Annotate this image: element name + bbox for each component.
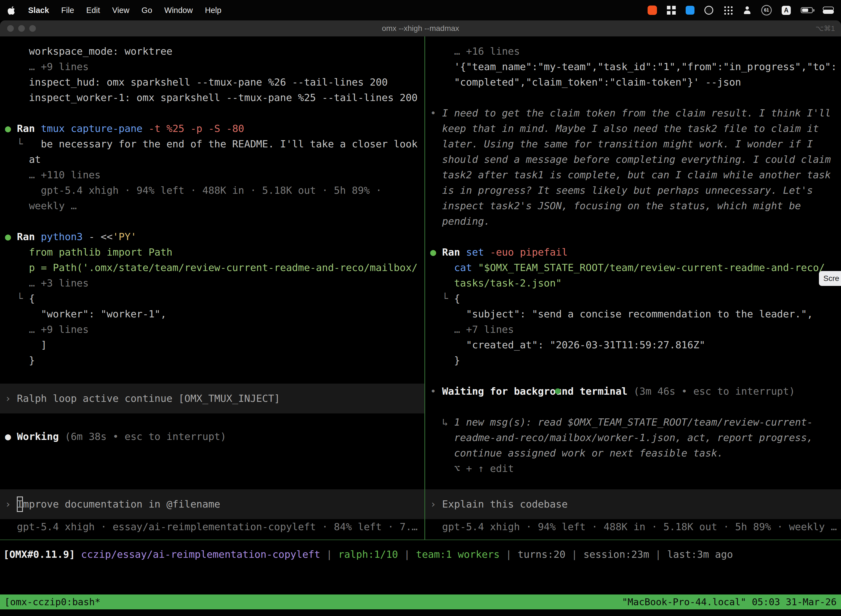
battery-icon[interactable] [801, 7, 813, 13]
menu-item-file[interactable]: File [61, 6, 74, 15]
screenshot-tooltip: Scre [819, 271, 841, 286]
window-titlebar[interactable]: omx --xhigh --madmax ⌥⌘1 [0, 21, 841, 37]
recording-indicator[interactable] [648, 6, 657, 15]
menu-left: Slack FileEditViewGoWindowHelp [8, 6, 221, 15]
status-icons: 61A [648, 5, 833, 15]
terminal-line: ● Ran set -euo pipefail [430, 245, 839, 260]
prompt-suggestion-text: › Ralph loop active continue [OMX_TMUX_I… [5, 391, 422, 406]
terminal-line: "subject": "send a concise recommendatio… [430, 307, 839, 322]
terminal-line: gpt-5.4 xhigh · 94% left · 488K in · 5.1… [5, 183, 422, 198]
terminal-line: └ { [5, 291, 422, 307]
terminal-line: should send a message before completing … [430, 152, 839, 167]
menu-item-go[interactable]: Go [142, 6, 152, 15]
menu-item-window[interactable]: Window [164, 6, 193, 15]
grid-icon[interactable] [667, 6, 676, 15]
terminal-line: └ { [430, 291, 839, 307]
terminal-line: … +110 lines [5, 167, 422, 183]
tmux-panes: workspace_mode: worktree … +9 lines insp… [0, 37, 841, 540]
menu-item-help[interactable]: Help [205, 6, 221, 15]
terminal-line: ● Working (6m 38s • esc to interrupt) [5, 429, 422, 444]
tmux-session-label: [omx-cczip0:bash* [4, 596, 100, 607]
blank-line [5, 414, 422, 429]
pane-bottom-group: › Improve documentation in @filename gpt… [5, 489, 422, 535]
prompt-suggestion[interactable]: › Improve documentation in @filename [0, 489, 424, 519]
terminal-line: '{"team_name":"my-team","task_id":"1","f… [430, 59, 839, 75]
github-icon[interactable] [705, 6, 713, 15]
terminal-line: "completed","claim_token":"claim-token"}… [430, 75, 839, 90]
terminal-line: inspect_hud: omx sparkshell --tmux-pane … [5, 75, 422, 90]
terminal-line: … +7 lines [430, 322, 839, 337]
terminal-line: inspect_worker-1: omx sparkshell --tmux-… [5, 90, 422, 106]
terminal-line: ● Ran tmux capture-pane -t %25 -p -S -80 [5, 121, 422, 136]
person-icon[interactable] [743, 6, 751, 15]
terminal-line: } [5, 353, 422, 368]
menu-items: FileEditViewGoWindowHelp [61, 6, 221, 15]
terminal-line: at [5, 152, 422, 167]
terminal-line: … +3 lines [5, 276, 422, 291]
menu-item-edit[interactable]: Edit [86, 6, 100, 15]
blank-line [5, 106, 422, 121]
terminal-line: workspace_mode: worktree [5, 44, 422, 59]
control-center-icon[interactable] [823, 6, 833, 14]
terminal-pane-left[interactable]: workspace_mode: worktree … +9 lines insp… [0, 37, 424, 540]
terminal-line: ] [5, 337, 422, 353]
menu-bar: Slack FileEditViewGoWindowHelp 61A [0, 0, 841, 21]
terminal-line: pending. [430, 214, 839, 229]
prompt-suggestion[interactable]: › Ralph loop active continue [OMX_TMUX_I… [0, 384, 424, 414]
terminal-line: • Waiting for background terminal (3m 46… [430, 384, 839, 399]
terminal-line: … +9 lines [5, 59, 422, 75]
prompt-suggestion[interactable]: › Explain this codebase [425, 489, 841, 519]
apple-logo-icon[interactable] [8, 6, 16, 15]
terminal-line: from pathlib import Path [5, 245, 422, 260]
terminal-line: ↳ 1 new msg(s): read $OMX_TEAM_STATE_ROO… [430, 415, 839, 430]
tmux-status-bar: [omx-cczip0:bash* "MacBook-Pro-44.local"… [0, 594, 841, 609]
letter-a-icon[interactable]: A [782, 6, 791, 15]
terminal-window: omx --xhigh --madmax ⌥⌘1 workspace_mode:… [0, 21, 841, 616]
terminal-line: weekly … [5, 198, 422, 214]
terminal-line: "worker": "worker-1", [5, 307, 422, 322]
blue-app-icon[interactable] [686, 6, 694, 15]
tmux-host-clock: "MacBook-Pro-44.local" 05:03 31-Mar-26 [622, 596, 837, 607]
screen: Slack FileEditViewGoWindowHelp 61A omx -… [0, 0, 841, 616]
terminal-line: later. Using the same for transition mig… [430, 136, 839, 152]
blank-line [430, 229, 839, 245]
prompt-suggestion-text: › Explain this codebase [430, 497, 839, 512]
terminal-line: cat "$OMX_TEAM_STATE_ROOT/team/review-cu… [430, 260, 839, 276]
blank-line [430, 90, 839, 106]
terminal-line: • I need to get the claim token from the… [430, 106, 839, 121]
terminal-line: "created_at": "2026-03-31T11:59:27.816Z" [430, 337, 839, 353]
terminal-line: task2 after task1 is complete, but can I… [430, 167, 839, 183]
terminal-line: } [430, 353, 839, 368]
terminal-line: readme-and-reco/mailbox/worker-1.json, a… [430, 430, 839, 446]
spinner-dot-icon [555, 388, 561, 394]
menu-item-view[interactable]: View [112, 6, 129, 15]
terminal-line: inspect task2's JSON, focusing on the st… [430, 198, 839, 214]
prompt-suggestion-text: › Improve documentation in @filename [5, 497, 422, 512]
terminal-pane-right[interactable]: … +16 lines '{"team_name":"my-team","tas… [425, 37, 841, 540]
terminal-line: … +16 lines [430, 44, 839, 59]
terminal-line: ● Ran python3 - <<'PY' [5, 229, 422, 245]
terminal-line: is in progress? It seems likely but perh… [430, 183, 839, 198]
terminal-line: gpt-5.4 xhigh · 94% left · 488K in · 5.1… [430, 519, 839, 535]
active-app-name[interactable]: Slack [28, 6, 49, 15]
blank-line [430, 399, 839, 415]
window-shortcut-hint: ⌥⌘1 [816, 24, 835, 33]
blank-line [5, 214, 422, 229]
terminal-line: keep that in mind. Maybe I also need the… [430, 121, 839, 136]
dots-grid-icon[interactable] [723, 5, 733, 15]
blank-line [5, 368, 422, 384]
terminal-line: gpt-5.4 xhigh · essay/ai-reimplementatio… [5, 519, 422, 535]
omx-status-line: [OMX#0.11.9] cczip/essay/ai-reimplementa… [0, 547, 841, 562]
pane-bottom-group: › Explain this codebase gpt-5.4 xhigh · … [430, 489, 839, 535]
terminal-line: tasks/task-2.json" [430, 276, 839, 291]
terminal-line: continue assigned work or next feasible … [430, 446, 839, 461]
terminal-line: └ be necessary for the end of the README… [5, 136, 422, 152]
window-title: omx --xhigh --madmax [0, 24, 841, 33]
battery-gauge[interactable]: 61 [761, 5, 772, 15]
blank-line [430, 368, 839, 384]
terminal-line: ⌥ + ↑ edit [430, 461, 839, 476]
terminal-line: … +9 lines [5, 322, 422, 337]
terminal-line: p = Path('.omx/state/team/review-current… [5, 260, 422, 276]
